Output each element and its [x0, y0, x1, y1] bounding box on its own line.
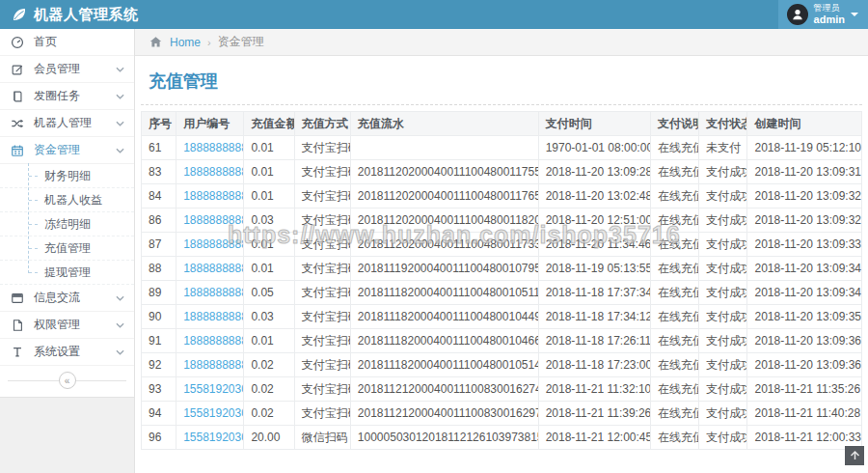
table-cell: 支付成功: [699, 281, 747, 305]
table-row: 86188888888880.03支付宝扫码201811202000400111…: [142, 209, 862, 233]
table-cell: 支付宝扫码: [294, 257, 350, 281]
user-id-link[interactable]: 18888888888: [176, 305, 244, 329]
table-cell: 83: [142, 160, 176, 184]
chevron-down-icon: [116, 148, 124, 153]
sidebar-subitem[interactable]: 提现管理: [0, 261, 134, 285]
sidebar-group[interactable]: 会员管理: [0, 56, 134, 83]
user-menu[interactable]: 管理员 admin: [778, 0, 868, 29]
table-cell: 2018-11-18 17:26:11: [538, 329, 650, 353]
table-cell: 2018-11-21 11:40:28: [747, 402, 862, 426]
table-cell: 在线充值: [651, 426, 699, 450]
collapse-sidebar-button[interactable]: «: [59, 372, 76, 389]
table-cell: 2018-11-20 13:09:36: [747, 353, 862, 377]
chevron-down-icon: [116, 121, 124, 126]
chevron-down-icon: [116, 295, 124, 301]
table-cell: 支付宝扫码: [294, 160, 350, 184]
sidebar-subitem[interactable]: 冻结明细: [0, 212, 134, 236]
sidebar-group[interactable]: 资金管理: [0, 137, 134, 164]
main-shell: 首页会员管理发圈任务机器人管理资金管理财务明细机器人收益冻结明细充值管理提现管理…: [0, 29, 868, 473]
user-id-link[interactable]: 18888888888: [176, 160, 244, 184]
table-cell: 20181118200040011100480010466939: [350, 329, 538, 353]
table-cell: 1000050301201811212610397381519: [350, 426, 538, 450]
table-cell: 支付成功: [699, 305, 747, 329]
back-to-top-button[interactable]: [845, 446, 864, 465]
edit-icon: [10, 63, 25, 76]
table-cell: 支付宝扫码: [294, 305, 350, 329]
table-cell: 在线充值: [651, 209, 699, 233]
user-id-link[interactable]: 18888888888: [176, 209, 244, 233]
column-header: 充值金额: [244, 112, 294, 136]
user-id-link[interactable]: 15581920309: [176, 402, 244, 426]
avatar: [787, 4, 808, 25]
user-id-link[interactable]: 18888888888: [176, 136, 244, 160]
table-cell: 在线充值: [651, 402, 699, 426]
table-cell: 在线充值: [651, 329, 699, 353]
arrow-up-icon: [850, 447, 860, 464]
table-cell: 87: [142, 233, 176, 257]
user-id-link[interactable]: 18888888888: [176, 329, 244, 353]
sidebar-subitem[interactable]: 充值管理: [0, 236, 134, 261]
user-id-link[interactable]: 15581920309: [176, 426, 244, 450]
breadcrumb-home[interactable]: Home: [170, 36, 201, 49]
table-cell: 2018-11-20 13:09:35: [747, 305, 862, 329]
recharge-table: 序号用户编号充值金额充值方式充值流水支付时间支付说明支付状态创建时间 61188…: [141, 111, 862, 450]
user-id-link[interactable]: 18888888888: [176, 353, 244, 377]
column-header: 支付说明: [651, 112, 699, 136]
page-content: 充值管理 序号用户编号充值金额充值方式充值流水支付时间支付说明支付状态创建时间 …: [135, 56, 868, 450]
sidebar-group[interactable]: 权限管理: [0, 312, 134, 339]
table-cell: 0.01: [244, 257, 294, 281]
user-id-link[interactable]: 18888888888: [176, 257, 244, 281]
page-title: 充值管理: [149, 70, 862, 93]
sidebar-item-home[interactable]: 首页: [0, 29, 134, 56]
table-cell: 2018-11-20 11:34:46: [538, 233, 650, 257]
home-icon: [148, 36, 163, 48]
column-header: 用户编号: [176, 112, 244, 136]
table-cell: 2018-11-20 13:09:36: [747, 329, 862, 353]
sidebar-subitem[interactable]: 财务明细: [0, 164, 134, 188]
shuffle-icon: [10, 117, 25, 130]
table-cell: 支付宝扫码: [294, 281, 350, 305]
user-id-link[interactable]: 18888888888: [176, 184, 244, 209]
sidebar-subitem[interactable]: 机器人收益: [0, 188, 134, 212]
table-cell: 84: [142, 184, 176, 209]
chevron-down-icon: [851, 13, 858, 20]
person-icon: [791, 8, 804, 21]
table-cell: 20181118200040011100480010511770: [350, 281, 538, 305]
table-row: 90188888888880.03支付宝扫码201811182000400111…: [142, 305, 862, 329]
column-header: 创建时间: [747, 112, 862, 136]
column-header: 充值流水: [350, 112, 538, 136]
table-cell: 支付宝扫码: [294, 353, 350, 377]
table-cell: 96: [142, 426, 176, 450]
sidebar-submenu: 财务明细机器人收益冻结明细充值管理提现管理: [0, 164, 134, 285]
user-id-link[interactable]: 18888888888: [176, 281, 244, 305]
app-logo[interactable]: 机器人管理系统: [0, 0, 139, 29]
table-cell: 2018-11-20 13:02:48: [538, 184, 650, 209]
table-cell: 20181120200040011100480011755177: [350, 160, 538, 184]
sidebar-footer: [0, 397, 134, 473]
table-cell: 在线充值: [651, 257, 699, 281]
column-header: 序号: [142, 112, 176, 136]
breadcrumb-separator: ›: [207, 37, 211, 48]
sidebar-group[interactable]: 机器人管理: [0, 110, 134, 137]
sidebar-group[interactable]: 信息交流: [0, 285, 134, 312]
sidebar-collapse: «: [0, 369, 134, 392]
table-cell: 92: [142, 353, 176, 377]
table-cell: 0.02: [244, 353, 294, 377]
sidebar-group[interactable]: 发圈任务: [0, 83, 134, 110]
table-cell: 2018-11-18 17:37:34: [538, 281, 650, 305]
table-cell: 88: [142, 257, 176, 281]
table-row: 87188888888880.01支付宝扫码201811202000400111…: [142, 233, 862, 257]
table-cell: 支付成功: [699, 233, 747, 257]
table-cell: 2018-11-21 11:39:26: [538, 402, 650, 426]
user-id-link[interactable]: 15581920309: [176, 377, 244, 402]
chevron-down-icon: [116, 322, 124, 328]
table-cell: 93: [142, 377, 176, 402]
table-cell: 支付成功: [699, 257, 747, 281]
table-row: 961558192030920.00微信扫码100005030120181121…: [142, 426, 862, 450]
sidebar-group[interactable]: 系统设置: [0, 339, 134, 366]
table-cell: 支付成功: [699, 329, 747, 353]
table-cell: 0.02: [244, 377, 294, 402]
sidebar: 首页会员管理发圈任务机器人管理资金管理财务明细机器人收益冻结明细充值管理提现管理…: [0, 29, 135, 473]
table-cell: 支付宝扫码: [294, 233, 350, 257]
user-id-link[interactable]: 18888888888: [176, 233, 244, 257]
